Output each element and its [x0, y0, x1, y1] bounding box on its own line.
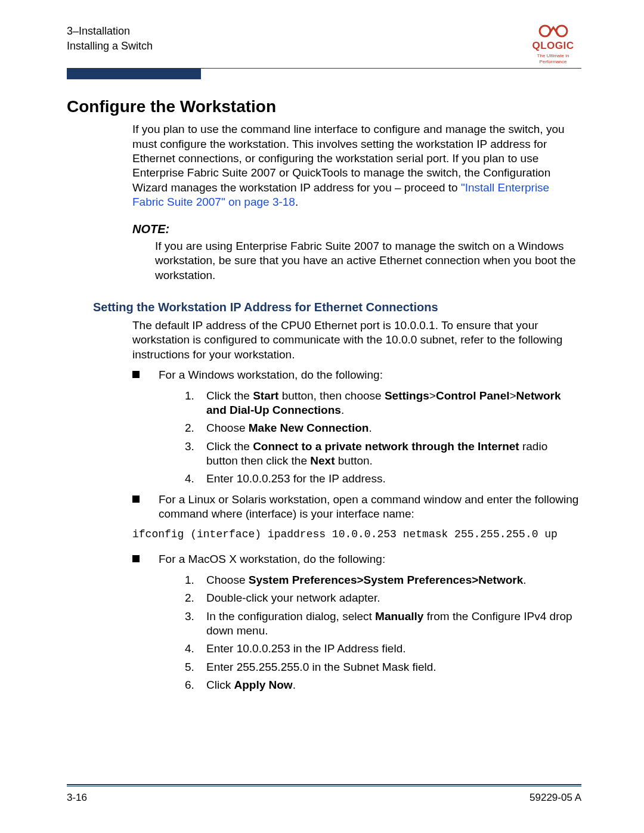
brand-logo-block: QLOGIC The Ultimate in Performance	[525, 24, 581, 66]
header-left-text: 3–Installation Installing a Switch	[67, 24, 153, 54]
brand-name: QLOGIC	[525, 39, 581, 52]
platform-list-2: For a MacOS X workstation, do the follow…	[132, 552, 581, 692]
windows-steps: Click the Start button, then choose Sett…	[185, 389, 581, 487]
win-step-3: Click the Connect to a private network t…	[185, 439, 581, 469]
brand-tagline: The Ultimate in Performance	[525, 53, 581, 66]
list-item-linux: For a Linux or Solaris workstation, open…	[132, 493, 581, 522]
mac-step-3: In the configuration dialog, select Manu…	[185, 609, 581, 639]
win-step-1: Click the Start button, then choose Sett…	[185, 389, 581, 418]
mac-step-4: Enter 10.0.0.253 in the IP Address field…	[185, 642, 581, 656]
mac-step-6: Click Apply Now.	[185, 678, 581, 692]
page-title: Configure the Workstation	[67, 96, 581, 117]
command-block: ifconfig (interface) ipaddress 10.0.0.25…	[132, 528, 581, 541]
mac-lead: For a MacOS X workstation, do the follow…	[159, 553, 385, 565]
page-footer: 3-16 59229-05 A	[67, 784, 581, 804]
note-body: If you are using Enterprise Fabric Suite…	[155, 239, 581, 283]
mac-step-2: Double-click your network adapter.	[185, 591, 581, 605]
footer-rule	[67, 784, 581, 786]
header-chapter: 3–Installation	[67, 24, 153, 39]
platform-list: For a Windows workstation, do the follow…	[132, 368, 581, 522]
footer-page-number: 3-16	[67, 791, 87, 804]
qlogic-logo-icon	[538, 24, 569, 38]
note-heading: NOTE:	[132, 221, 581, 237]
intro-paragraph: If you plan to use the command line inte…	[132, 122, 581, 209]
footer-doc-id: 59229-05 A	[530, 791, 581, 804]
list-item-macos: For a MacOS X workstation, do the follow…	[132, 552, 581, 692]
header-section: Installing a Switch	[67, 39, 153, 54]
windows-lead: For a Windows workstation, do the follow…	[159, 368, 383, 381]
mac-step-1: Choose System Preferences>System Prefere…	[185, 573, 581, 587]
intro-text-2: .	[295, 196, 298, 208]
linux-lead: For a Linux or Solaris workstation, open…	[159, 493, 578, 521]
sub-heading: Setting the Workstation IP Address for E…	[93, 299, 581, 315]
sub-intro: The default IP address of the CPU0 Ether…	[132, 318, 581, 362]
page-header: 3–Installation Installing a Switch QLOGI…	[67, 24, 581, 66]
accent-bar	[67, 69, 201, 79]
win-step-4: Enter 10.0.0.253 for the IP address.	[185, 472, 581, 486]
mac-step-5: Enter 255.255.255.0 in the Subnet Mask f…	[185, 660, 581, 674]
list-item-windows: For a Windows workstation, do the follow…	[132, 368, 581, 487]
win-step-2: Choose Make New Connection.	[185, 421, 581, 435]
macos-steps: Choose System Preferences>System Prefere…	[185, 573, 581, 692]
